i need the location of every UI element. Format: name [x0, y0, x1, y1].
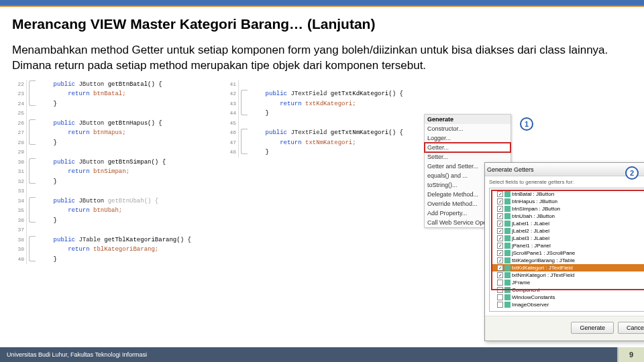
checkbox-icon[interactable] — [497, 294, 503, 300]
tree-label: JFrame — [512, 280, 530, 286]
tree-label: btnSimpan : JButton — [512, 206, 560, 212]
slide-description: Menambahkan method Getter untuk setiap k… — [12, 43, 632, 74]
tree-label: jScrollPane1 : JScrollPane — [512, 250, 575, 256]
checkbox-icon[interactable] — [497, 287, 503, 293]
checkbox-icon[interactable]: ✓ — [497, 250, 503, 256]
checkbox-icon[interactable]: ✓ — [497, 198, 503, 204]
fields-tree[interactable]: ✓btnBatal : JButton✓btnHapus : JButton✓b… — [489, 188, 644, 312]
tree-label: jPanel1 : JPanel — [512, 243, 551, 249]
checkbox-icon[interactable]: ✓ — [497, 191, 503, 197]
field-icon — [504, 257, 511, 263]
tree-label: jLabel2 : JLabel — [512, 228, 549, 234]
tree-label: txtKdKategori : JTextField — [512, 265, 573, 271]
checkbox-icon[interactable]: ✓ — [497, 265, 503, 271]
generate-menu-item[interactable]: Constructor... — [425, 124, 511, 133]
tree-label: ImageObserver — [512, 302, 549, 308]
field-icon — [504, 294, 511, 300]
field-icon — [504, 287, 511, 293]
code-block-2: 4142 public JTextField getTxtKdKategori(… — [224, 78, 412, 267]
tree-label: jLabel3 : JLabel — [512, 235, 549, 241]
tree-label: btnBatal : JButton — [512, 191, 554, 197]
tree-label: Component — [512, 287, 539, 293]
field-icon — [504, 280, 511, 286]
checkbox-icon[interactable]: ✓ — [497, 221, 503, 227]
tree-row[interactable]: ImageObserver — [492, 301, 644, 308]
slide-footer: Universitas Budi Luhur, Fakultas Teknolo… — [0, 347, 644, 362]
tree-row[interactable]: JFrame — [492, 279, 644, 286]
slide-title: Merancang VIEW Master Kategori Barang… (… — [12, 16, 632, 32]
callout-2: 2 — [625, 166, 639, 180]
field-icon — [504, 235, 511, 241]
dialog-titlebar: Generate Getters × — [485, 163, 644, 176]
tree-row[interactable]: ✓btnUbah : JButton — [492, 213, 644, 220]
field-icon — [504, 198, 511, 204]
dialog-title: Generate Getters — [487, 166, 534, 173]
checkbox-icon[interactable]: ✓ — [497, 206, 503, 212]
field-icon — [504, 265, 511, 271]
checkbox-icon[interactable]: ✓ — [497, 235, 503, 241]
tree-row[interactable]: ✓jLabel1 : JLabel — [492, 220, 644, 227]
tree-row[interactable]: WindowConstants — [492, 294, 644, 301]
checkbox-icon[interactable] — [497, 302, 503, 308]
tree-row[interactable]: ✓btnHapus : JButton — [492, 198, 644, 205]
tree-row[interactable]: ✓btnSimpan : JButton — [492, 205, 644, 213]
slide-top-accent — [0, 0, 644, 7]
field-icon — [504, 228, 511, 234]
tree-label: btnHapus : JButton — [512, 198, 557, 204]
checkbox-icon[interactable]: ✓ — [497, 272, 503, 278]
field-icon — [504, 213, 511, 219]
code-block-1: 22 public JButton getBtnBatal() {23 retu… — [12, 78, 220, 267]
generate-menu-item[interactable]: Getter... — [425, 143, 511, 152]
checkbox-icon[interactable] — [497, 280, 503, 286]
generate-getters-dialog: Generate Getters × Select fields to gene… — [484, 162, 644, 341]
field-icon — [504, 250, 511, 256]
checkbox-icon[interactable]: ✓ — [497, 213, 503, 219]
generate-menu-title: Generate — [425, 115, 511, 124]
tree-row[interactable]: ✓txtNmKategori : JTextField — [492, 272, 644, 279]
checkbox-icon[interactable]: ✓ — [497, 228, 503, 234]
tree-label: WindowConstants — [512, 294, 555, 300]
tree-row[interactable]: ✓jScrollPane1 : JScrollPane — [492, 249, 644, 257]
tree-label: jLabel1 : JLabel — [512, 221, 549, 227]
tree-label: txtNmKategori : JTextField — [512, 272, 574, 278]
tree-row[interactable]: Component — [492, 286, 644, 294]
tree-row[interactable]: ✓jPanel1 : JPanel — [492, 242, 644, 249]
cancel-button[interactable]: Cancel — [618, 322, 644, 334]
checkbox-icon[interactable]: ✓ — [497, 243, 503, 249]
field-icon — [504, 302, 511, 308]
tree-label: btnUbah : JButton — [512, 213, 555, 219]
field-icon — [504, 191, 511, 197]
callout-1: 1 — [520, 117, 533, 131]
page-number: 9 — [617, 347, 644, 362]
field-icon — [504, 206, 511, 212]
tree-row[interactable]: ✓btnBatal : JButton — [492, 190, 644, 198]
field-icon — [504, 221, 511, 227]
tree-label: tblKategoriBarang : JTable — [512, 257, 575, 263]
tree-row[interactable]: ✓jLabel3 : JLabel — [492, 235, 644, 242]
footer-text: Universitas Budi Luhur, Fakultas Teknolo… — [7, 351, 147, 358]
generate-button[interactable]: Generate — [571, 322, 614, 334]
generate-menu-item[interactable]: Setter... — [425, 152, 511, 162]
field-icon — [504, 272, 511, 278]
tree-row[interactable]: ✓jLabel2 : JLabel — [492, 227, 644, 235]
tree-row[interactable]: ✓tblKategoriBarang : JTable — [492, 257, 644, 264]
dialog-label: Select fields to generate getters for: — [485, 176, 644, 188]
checkbox-icon[interactable]: ✓ — [497, 257, 503, 263]
generate-menu-item[interactable]: Logger... — [425, 133, 511, 143]
field-icon — [504, 243, 511, 249]
tree-row[interactable]: ✓txtKdKategori : JTextField — [492, 264, 644, 272]
